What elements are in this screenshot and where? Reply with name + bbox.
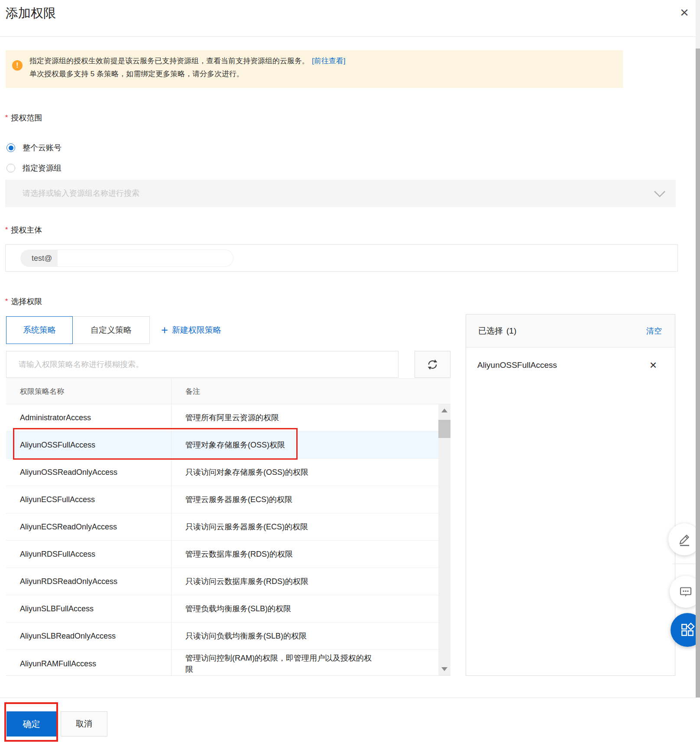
footer-divider [0, 698, 697, 698]
tab-custom-policy[interactable]: 自定义策略 [72, 316, 150, 344]
fab-divider [672, 564, 697, 564]
page-scrollbar-thumb[interactable] [696, 49, 700, 698]
remove-item-icon[interactable]: × [650, 359, 657, 371]
selected-policy-name: AliyunOSSFullAccess [477, 360, 557, 370]
table-row[interactable]: AliyunSLBFullAccess 管理负载均衡服务(SLB)的权限 [6, 595, 450, 623]
principal-tag: test@ [20, 250, 233, 267]
table-scrollbar[interactable] [438, 404, 450, 675]
principal-input[interactable]: test@ [5, 244, 678, 272]
permission-section-label: *选择权限 [5, 296, 42, 307]
radio-entire-account-label: 整个云账号 [23, 143, 62, 153]
radio-unselected-icon [6, 164, 15, 172]
feedback-chat-icon [679, 585, 693, 599]
cancel-button[interactable]: 取消 [61, 711, 107, 737]
table-row[interactable]: AliyunRAMFullAccess 管理访问控制(RAM)的权限，即管理用户… [6, 650, 450, 676]
warning-icon: ! [12, 60, 23, 71]
column-header-remark: 备注 [171, 379, 450, 404]
principal-tag-text: test@ [32, 250, 52, 267]
banner-view-link[interactable]: [前往查看] [312, 57, 345, 65]
radio-selected-icon [6, 143, 15, 152]
resource-group-select[interactable]: 请选择或输入资源组名称进行搜索 [5, 180, 676, 207]
table-row[interactable]: AliyunRDSFullAccess 管理云数据库服务(RDS)的权限 [6, 541, 450, 568]
banner-line1-text: 指定资源组的授权生效前提是该云服务已支持资源组，查看当前支持资源组的云服务。 [29, 57, 309, 65]
edit-pencil-icon [677, 532, 691, 546]
banner-line1: 指定资源组的授权生效前提是该云服务已支持资源组，查看当前支持资源组的云服务。[前… [29, 55, 345, 68]
add-permission-dialog: 添加权限 × ! 指定资源组的授权生效前提是该云服务已支持资源组，查看当前支持资… [0, 0, 700, 743]
clear-all-link[interactable]: 清空 [646, 326, 662, 336]
app-grid-icon [680, 622, 695, 638]
table-row-selected[interactable]: AliyunOSSFullAccess 管理对象存储服务(OSS)权限 [6, 432, 450, 459]
selected-panel-count: (1) [506, 326, 516, 336]
confirm-button[interactable]: 确定 [6, 711, 56, 737]
table-row[interactable]: AliyunECSReadOnlyAccess 只读访问云服务器服务(ECS)的… [6, 513, 450, 541]
required-asterisk: * [5, 114, 8, 121]
new-policy-button[interactable]: + 新建权限策略 [161, 316, 221, 344]
new-policy-label: 新建权限策略 [172, 324, 221, 336]
selected-policies-panel: 已选择 (1) 清空 AliyunOSSFullAccess × [466, 314, 675, 676]
refresh-button[interactable] [415, 351, 450, 378]
table-scrollbar-thumb[interactable] [438, 420, 450, 438]
selected-panel-title: 已选择 [478, 325, 503, 337]
resource-group-placeholder: 请选择或输入资源组名称进行搜索 [23, 180, 139, 207]
required-asterisk: * [5, 298, 8, 305]
banner-line2: 单次授权最多支持 5 条策略，如需绑定更多策略，请分多次进行。 [29, 68, 244, 81]
scroll-down-icon[interactable] [441, 667, 447, 671]
principal-section-label: *授权主体 [5, 225, 42, 235]
refresh-icon [427, 359, 438, 370]
policy-search-placeholder: 请输入权限策略名称进行模糊搜索。 [19, 351, 143, 377]
table-row[interactable]: AliyunECSFullAccess 管理云服务器服务(ECS)的权限 [6, 486, 450, 513]
selected-policy-item: AliyunOSSFullAccess × [466, 347, 675, 383]
radio-entire-account[interactable]: 整个云账号 [6, 143, 62, 153]
radio-resource-group[interactable]: 指定资源组 [6, 163, 62, 173]
table-row[interactable]: AdministratorAccess 管理所有阿里云资源的权限 [6, 404, 450, 432]
tab-system-policy[interactable]: 系统策略 [6, 316, 73, 344]
table-row[interactable]: AliyunRDSReadOnlyAccess 只读访问云数据库服务(RDS)的… [6, 568, 450, 595]
page-title: 添加权限 [6, 5, 56, 22]
chevron-down-icon [653, 190, 666, 199]
scroll-up-icon[interactable] [441, 409, 447, 412]
radio-resource-group-label: 指定资源组 [23, 163, 62, 173]
table-row[interactable]: AliyunSLBReadOnlyAccess 只读访问负载均衡服务(SLB)的… [6, 623, 450, 650]
selected-panel-header: 已选择 (1) 清空 [466, 315, 675, 347]
close-icon[interactable]: × [675, 3, 694, 22]
required-asterisk: * [5, 226, 8, 234]
plus-icon: + [161, 324, 168, 336]
header-divider [0, 36, 697, 37]
table-header-row: 权限策略名称 备注 [6, 379, 450, 404]
policy-search-input[interactable]: 请输入权限策略名称进行模糊搜索。 [6, 351, 399, 378]
column-header-name: 权限策略名称 [6, 379, 171, 404]
policy-table: 权限策略名称 备注 AdministratorAccess 管理所有阿里云资源的… [6, 378, 450, 676]
scope-section-label: *授权范围 [5, 113, 42, 123]
principal-tag-redaction [58, 250, 233, 266]
table-row[interactable]: AliyunOSSReadOnlyAccess 只读访问对象存储服务(OSS)的… [6, 459, 450, 486]
warning-banner: ! 指定资源组的授权生效前提是该云服务已支持资源组，查看当前支持资源组的云服务。… [6, 50, 623, 88]
